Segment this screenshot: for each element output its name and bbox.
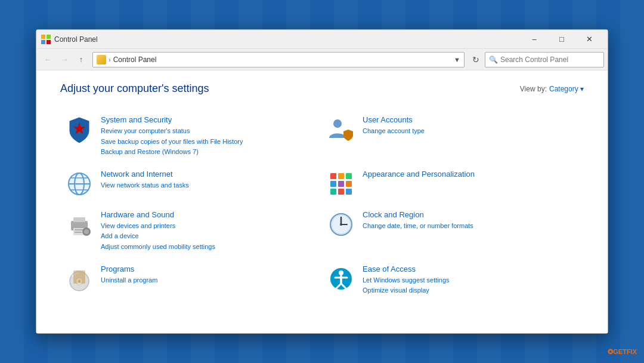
watermark-suffix: FIX — [627, 348, 637, 355]
search-input[interactable] — [500, 56, 600, 64]
ease-of-access-link-2[interactable]: Optimize visual display — [363, 285, 579, 296]
address-bar: › Control Panel ▼ — [92, 52, 465, 67]
appearance-title[interactable]: Appearance and Personalization — [363, 170, 579, 179]
window-title: Control Panel — [54, 35, 521, 44]
category-network: Network and Internet View network status… — [60, 164, 322, 204]
current-path: Control Panel — [113, 56, 157, 64]
close-button[interactable]: ✕ — [575, 30, 603, 49]
content-area: Adjust your computer's settings View by:… — [36, 70, 608, 333]
clock-link-1[interactable]: Change date, time, or number formats — [363, 221, 579, 232]
folder-icon — [97, 55, 106, 64]
user-accounts-title[interactable]: User Accounts — [363, 115, 579, 124]
system-security-link-1[interactable]: Review your computer's status — [101, 126, 317, 137]
user-accounts-link-1[interactable]: Change account type — [363, 126, 579, 137]
control-panel-window: Control Panel – □ ✕ ← → ↑ › Control Pane… — [36, 29, 608, 334]
svg-rect-17 — [346, 181, 352, 187]
window-controls: – □ ✕ — [521, 30, 603, 49]
programs-content: Programs Uninstall a program — [101, 264, 317, 286]
up-button[interactable]: ↑ — [73, 52, 89, 67]
back-button[interactable]: ← — [40, 52, 55, 67]
svg-point-27 — [84, 229, 89, 234]
search-icon: 🔍 — [489, 56, 498, 64]
category-programs: Programs Uninstall a program — [60, 259, 322, 302]
search-box: 🔍 — [485, 52, 604, 67]
forward-button[interactable]: → — [57, 52, 72, 67]
svg-rect-3 — [47, 40, 51, 44]
app-icon — [41, 35, 51, 44]
ease-of-access-icon — [327, 264, 355, 293]
svg-rect-12 — [330, 173, 336, 179]
svg-rect-22 — [73, 217, 85, 222]
svg-rect-15 — [330, 181, 336, 187]
hardware-link-1[interactable]: View devices and printers — [101, 221, 317, 232]
svg-point-33 — [330, 214, 352, 235]
network-content: Network and Internet View network status… — [101, 170, 317, 191]
svg-rect-19 — [338, 189, 344, 195]
svg-point-11 — [69, 173, 90, 195]
clock-content: Clock and Region Change date, time, or n… — [363, 210, 579, 232]
system-security-link-3[interactable]: Backup and Restore (Windows 7) — [101, 147, 317, 158]
page-title: Adjust your computer's settings — [60, 82, 209, 95]
category-user-accounts: User Accounts Change account type — [322, 109, 584, 164]
address-crumb: › Control Panel — [97, 55, 156, 64]
network-icon — [65, 170, 94, 198]
address-dropdown-button[interactable]: ▼ — [454, 56, 460, 63]
navigation-bar: ← → ↑ › Control Panel ▼ ↻ 🔍 — [36, 49, 608, 70]
svg-rect-2 — [41, 40, 45, 44]
view-by-control: View by: Category ▾ — [520, 85, 584, 93]
programs-icon — [65, 264, 94, 293]
category-hardware: Hardware and Sound View devices and prin… — [60, 204, 322, 259]
view-by-dropdown[interactable]: Category ▾ — [549, 85, 584, 93]
hardware-content: Hardware and Sound View devices and prin… — [101, 210, 317, 253]
watermark: ✪GETFIX — [608, 348, 637, 356]
programs-link-1[interactable]: Uninstall a program — [101, 275, 317, 286]
svg-point-39 — [339, 270, 343, 275]
breadcrumb-separator: › — [109, 56, 111, 63]
ease-of-access-title[interactable]: Ease of Access — [363, 264, 579, 273]
system-security-link-2[interactable]: Save backup copies of your files with Fi… — [101, 137, 317, 147]
svg-rect-1 — [47, 35, 51, 39]
system-security-title[interactable]: System and Security — [101, 115, 317, 124]
programs-title[interactable]: Programs — [101, 264, 317, 273]
network-title[interactable]: Network and Internet — [101, 170, 317, 179]
svg-rect-13 — [338, 173, 344, 179]
hardware-link-2[interactable]: Add a device — [101, 231, 317, 242]
svg-rect-37 — [73, 270, 85, 284]
svg-point-5 — [333, 119, 342, 128]
svg-rect-16 — [338, 181, 344, 187]
svg-rect-14 — [346, 173, 352, 179]
svg-rect-18 — [330, 189, 336, 195]
system-security-content: System and Security Review your computer… — [101, 115, 317, 158]
categories-grid: System and Security Review your computer… — [60, 109, 584, 302]
minimize-button[interactable]: – — [521, 30, 548, 49]
watermark-prefix: ✪GET — [608, 348, 627, 355]
category-system-security: System and Security Review your computer… — [60, 109, 322, 164]
hardware-title[interactable]: Hardware and Sound — [101, 210, 317, 219]
clock-title[interactable]: Clock and Region — [363, 210, 579, 219]
content-header: Adjust your computer's settings View by:… — [60, 82, 584, 95]
network-link-1[interactable]: View network status and tasks — [101, 180, 317, 191]
hardware-link-3[interactable]: Adjust commonly used mobility settings — [101, 242, 317, 253]
hardware-icon — [65, 210, 94, 239]
category-appearance: Appearance and Personalization — [322, 164, 584, 204]
user-accounts-icon — [327, 115, 355, 144]
svg-rect-0 — [41, 35, 45, 39]
appearance-content: Appearance and Personalization — [363, 170, 579, 180]
refresh-button[interactable]: ↻ — [468, 52, 484, 67]
maximize-button[interactable]: □ — [548, 30, 575, 49]
system-security-icon — [65, 115, 94, 144]
view-by-label: View by: — [520, 85, 547, 93]
svg-rect-20 — [346, 189, 352, 195]
ease-of-access-link-1[interactable]: Let Windows suggest settings — [363, 275, 579, 286]
user-accounts-content: User Accounts Change account type — [363, 115, 579, 137]
appearance-icon — [327, 170, 355, 198]
category-ease-of-access: Ease of Access Let Windows suggest setti… — [322, 259, 584, 302]
svg-rect-25 — [75, 232, 82, 233]
title-bar: Control Panel – □ ✕ — [36, 30, 608, 49]
ease-of-access-content: Ease of Access Let Windows suggest setti… — [363, 264, 579, 296]
clock-icon — [327, 210, 355, 239]
category-clock: Clock and Region Change date, time, or n… — [322, 204, 584, 259]
